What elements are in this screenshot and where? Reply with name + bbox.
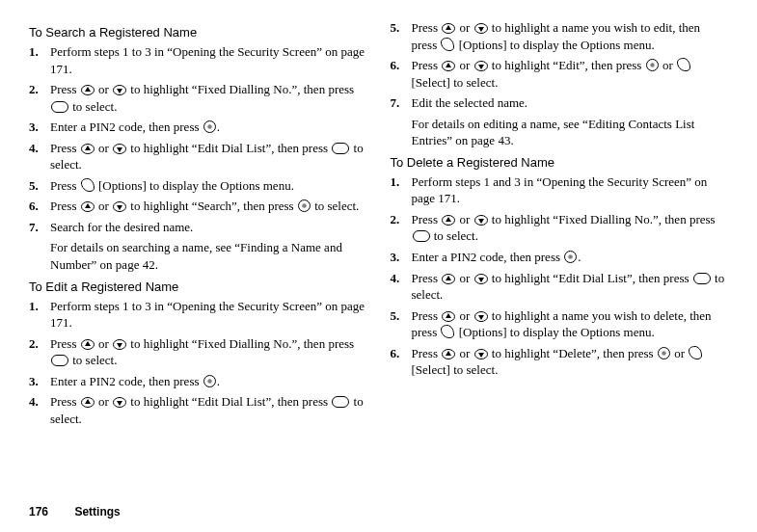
step-text: Edit the selected name. xyxy=(412,94,729,112)
edit-cont-steps: 5.Press or to highlight a name you wish … xyxy=(391,19,729,112)
step-number: 2. xyxy=(391,211,412,228)
down-icon xyxy=(113,397,126,408)
edit-note: For details on editing a name, see “Edit… xyxy=(412,116,729,149)
step-text: Press or to highlight “Edit Dial List”, … xyxy=(50,140,367,173)
soft-key-icon xyxy=(689,346,702,359)
svg-point-16 xyxy=(207,379,211,383)
center-key-icon xyxy=(51,355,68,366)
step-number: 3. xyxy=(29,373,50,390)
soft-key-icon xyxy=(441,325,454,338)
step-item: 3.Enter a PIN2 code, then press . xyxy=(29,373,367,390)
step-text: Perform steps 1 to 3 in “Opening the Sec… xyxy=(50,298,367,332)
step-item: 2.Press or to highlight “Fixed Dialling … xyxy=(29,335,367,369)
two-column-layout: To Search a Registered Name 1.Perform st… xyxy=(29,19,728,431)
svg-point-4 xyxy=(207,124,211,128)
step-text: Enter a PIN2 code, then press . xyxy=(50,373,367,390)
step-text: Perform steps 1 to 3 in “Opening the Sec… xyxy=(50,43,367,77)
step-text: Press or to highlight “Edit Dial List”, … xyxy=(412,270,729,304)
up-icon xyxy=(81,339,95,350)
svg-rect-2 xyxy=(52,101,68,112)
step-text: Press or to highlight “Fixed Dialling No… xyxy=(412,211,729,245)
svg-point-25 xyxy=(650,63,654,66)
step-item: 3.Enter a PIN2 code, then press . xyxy=(391,249,729,266)
center-key-icon xyxy=(332,396,349,408)
step-item: 1.Perform steps 1 to 3 in “Opening the S… xyxy=(29,43,367,77)
step-item: 1.Perform steps 1 to 3 in “Opening the S… xyxy=(29,298,367,332)
step-number: 6. xyxy=(391,345,412,362)
soft-key-icon xyxy=(677,58,690,71)
step-item: 7.Search for the desired name. xyxy=(29,219,367,236)
svg-rect-19 xyxy=(333,397,349,408)
soft-key-icon xyxy=(441,38,454,51)
up-icon xyxy=(442,274,455,284)
svg-point-30 xyxy=(569,254,573,258)
down-icon xyxy=(474,61,488,71)
step-item: 2.Press or to highlight “Fixed Dialling … xyxy=(391,211,729,245)
step-number: 7. xyxy=(29,219,50,236)
step-item: 4.Press or to highlight “Edit Dial List”… xyxy=(391,270,729,304)
step-number: 3. xyxy=(29,119,50,136)
ok-circle-icon xyxy=(203,120,216,133)
ok-circle-icon xyxy=(298,200,311,212)
center-key-icon xyxy=(332,143,349,154)
step-text: Enter a PIN2 code, then press . xyxy=(412,249,729,266)
ok-circle-icon xyxy=(646,59,659,71)
step-number: 4. xyxy=(29,393,50,411)
svg-point-11 xyxy=(302,204,306,208)
step-item: 6.Press or to highlight “Delete”, then p… xyxy=(391,345,729,379)
svg-rect-28 xyxy=(413,231,429,242)
step-item: 4.Press or to highlight “Edit Dial List”… xyxy=(29,140,367,173)
step-number: 3. xyxy=(391,249,412,266)
up-icon xyxy=(81,201,95,212)
ok-circle-icon xyxy=(658,347,670,359)
up-icon xyxy=(442,311,455,322)
step-text: Press or to highlight “Fixed Dialling No… xyxy=(50,81,367,115)
step-number: 6. xyxy=(391,57,412,74)
step-item: 1.Perform steps 1 and 3 in “Opening the … xyxy=(391,173,729,207)
step-number: 5. xyxy=(391,307,412,325)
delete-title: To Delete a Registered Name xyxy=(391,155,729,170)
page-number: 176 xyxy=(29,505,48,519)
step-item: 2.Press or to highlight “Fixed Dialling … xyxy=(29,81,367,115)
svg-rect-7 xyxy=(333,143,349,153)
soft-key-icon xyxy=(81,178,95,192)
footer-section: Settings xyxy=(74,505,120,519)
search-title: To Search a Registered Name xyxy=(29,25,367,40)
step-text: Search for the desired name. xyxy=(50,219,367,236)
center-key-icon xyxy=(693,273,711,284)
search-note: For details on searching a name, see “Fi… xyxy=(50,239,367,273)
step-text: Perform steps 1 and 3 in “Opening the Se… xyxy=(412,173,729,207)
down-icon xyxy=(474,349,488,359)
step-item: 5.Press or to highlight a name you wish … xyxy=(391,19,729,53)
step-item: 4.Press or to highlight “Edit Dial List”… xyxy=(29,393,367,427)
up-icon xyxy=(442,61,455,71)
down-icon xyxy=(113,85,126,95)
search-steps: 1.Perform steps 1 to 3 in “Opening the S… xyxy=(29,43,367,235)
down-icon xyxy=(474,274,488,284)
step-item: 7.Edit the selected name. xyxy=(391,94,729,112)
down-icon xyxy=(474,215,488,226)
step-number: 2. xyxy=(29,335,50,353)
step-number: 4. xyxy=(29,140,50,157)
step-number: 1. xyxy=(29,43,50,61)
step-text: Press or to highlight “Edit Dial List”, … xyxy=(50,393,367,427)
left-column: To Search a Registered Name 1.Perform st… xyxy=(29,19,367,431)
step-item: 5.Press [Options] to display the Options… xyxy=(29,177,367,195)
step-number: 1. xyxy=(391,173,412,191)
ok-circle-icon xyxy=(203,375,216,387)
up-icon xyxy=(442,215,455,226)
down-icon xyxy=(113,339,126,350)
center-key-icon xyxy=(413,230,430,242)
page-footer: 176 Settings xyxy=(29,505,121,519)
center-key-icon xyxy=(51,101,68,113)
up-icon xyxy=(81,144,95,154)
step-number: 4. xyxy=(391,270,412,287)
up-icon xyxy=(442,23,455,34)
step-text: Enter a PIN2 code, then press . xyxy=(50,119,367,136)
edit-title: To Edit a Registered Name xyxy=(29,279,367,294)
svg-point-39 xyxy=(662,351,665,355)
step-number: 1. xyxy=(29,298,50,315)
step-text: Press or to highlight “Edit”, then press… xyxy=(412,57,729,91)
up-icon xyxy=(81,397,95,408)
step-number: 7. xyxy=(391,94,412,112)
